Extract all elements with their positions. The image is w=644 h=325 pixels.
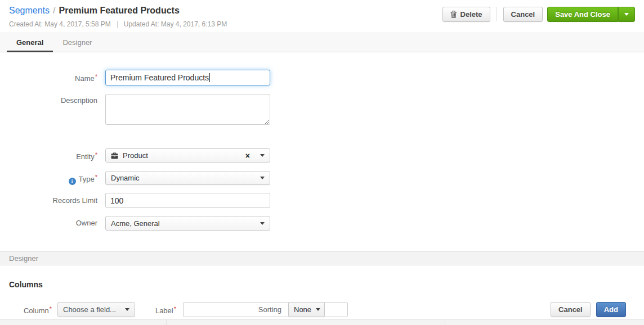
type-label: iType*	[0, 174, 97, 185]
trash-icon	[450, 11, 457, 18]
tab-designer[interactable]: Designer	[53, 33, 101, 52]
briefcase-icon	[111, 152, 118, 159]
page-header: Segments/Premium Featured Products Creat…	[0, 0, 644, 33]
sorting-select-value: None	[294, 305, 311, 314]
sorting-select[interactable]: None	[288, 302, 325, 317]
owner-select-value: Acme, General	[111, 219, 160, 228]
chevron-down-icon	[125, 308, 129, 311]
breadcrumb: Segments/Premium Featured Products	[9, 6, 180, 16]
records-limit-label: Records Limit	[0, 196, 97, 205]
clear-icon[interactable]: ×	[245, 152, 250, 160]
add-column-form: Column* Choose a field... Label* Sorting…	[0, 302, 644, 317]
column-field-select-value: Choose a field...	[63, 305, 116, 314]
general-form: Name* Premium Featured Products Descript…	[0, 52, 644, 251]
chevron-down-icon	[260, 177, 265, 179]
label-label: Label*	[143, 305, 176, 315]
owner-label: Owner	[0, 219, 97, 227]
owner-select[interactable]: Acme, General	[105, 216, 270, 231]
updated-at-text: Updated At: May 4, 2017, 6:13 PM	[124, 20, 227, 28]
info-icon[interactable]: i	[69, 178, 76, 185]
breadcrumb-separator: /	[53, 6, 55, 15]
required-marker: *	[95, 151, 97, 158]
description-input[interactable]	[105, 94, 270, 125]
description-label: Description	[0, 96, 97, 105]
column-field-select[interactable]: Choose a field...	[57, 302, 135, 317]
type-select-value: Dynamic	[111, 174, 140, 182]
entity-select-value: Product	[123, 151, 148, 160]
designer-section-bar: Designer	[0, 251, 644, 265]
header-actions: Delete Cancel Save And Close	[442, 7, 635, 22]
grid-column-divider	[445, 320, 445, 325]
tab-bar: General Designer	[0, 33, 644, 52]
column-label: Column*	[17, 305, 52, 315]
records-limit-input[interactable]	[105, 193, 270, 208]
button-group-divider	[497, 7, 497, 21]
required-marker: *	[95, 174, 97, 180]
name-input-value: Premium Featured Products	[110, 73, 209, 82]
type-select[interactable]: Dynamic	[105, 171, 270, 185]
columns-grid-header	[0, 319, 644, 325]
tab-general[interactable]: General	[7, 33, 53, 52]
delete-button[interactable]: Delete	[442, 7, 490, 22]
cancel-button[interactable]: Cancel	[503, 7, 543, 22]
chevron-down-icon	[316, 308, 320, 311]
grid-column-divider	[166, 320, 167, 325]
text-cursor	[209, 73, 210, 82]
chevron-down-icon	[260, 222, 265, 225]
entity-select[interactable]: Product ×	[105, 148, 270, 162]
entity-label: Entity*	[0, 151, 97, 161]
name-input[interactable]: Premium Featured Products	[105, 70, 270, 85]
sorting-label: Sorting	[247, 305, 281, 314]
save-options-dropdown-button[interactable]	[618, 7, 635, 22]
column-add-button[interactable]: Add	[596, 302, 626, 317]
name-label: Name*	[0, 73, 97, 83]
segment-edit-page: Segments/Premium Featured Products Creat…	[0, 0, 644, 325]
chevron-down-icon	[260, 154, 265, 157]
record-meta: Created At: May 4, 2017, 5:58 PM Updated…	[9, 20, 227, 28]
column-cancel-button[interactable]: Cancel	[551, 302, 591, 317]
save-split-button: Save And Close	[547, 7, 635, 22]
delete-button-label: Delete	[460, 10, 482, 19]
save-and-close-button[interactable]: Save And Close	[547, 7, 618, 22]
required-marker: *	[95, 73, 97, 80]
page-title: Premium Featured Products	[59, 6, 180, 15]
chevron-down-icon	[624, 13, 629, 16]
columns-heading: Columns	[9, 280, 43, 289]
created-at-text: Created At: May 4, 2017, 5:58 PM	[9, 20, 111, 28]
meta-divider	[117, 21, 118, 28]
required-marker: *	[174, 305, 176, 312]
required-marker: *	[50, 305, 52, 312]
breadcrumb-segments-link[interactable]: Segments	[9, 6, 50, 15]
